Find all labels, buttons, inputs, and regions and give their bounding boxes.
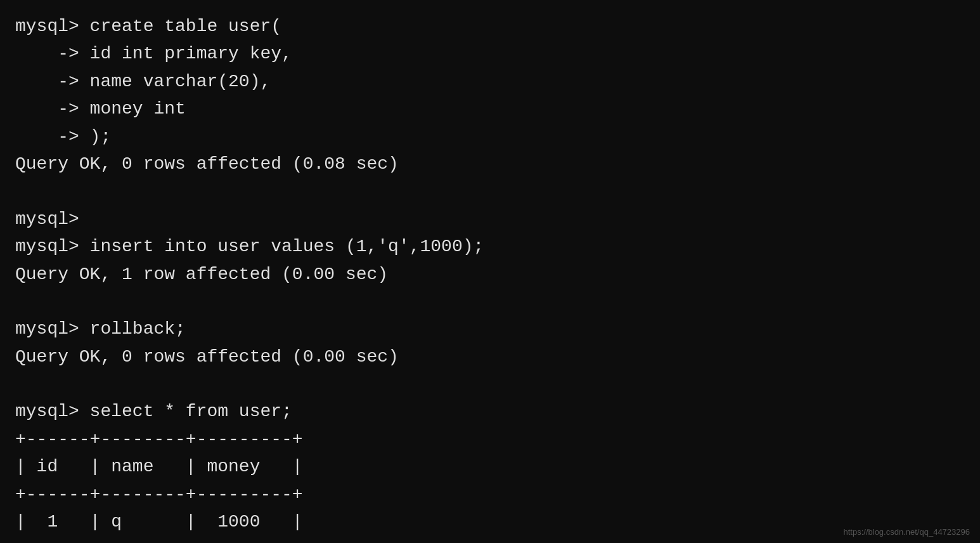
terminal-line: Query OK, 0 rows affected (0.00 sec) (15, 343, 965, 370)
terminal-line: -> name varchar(20), (15, 68, 965, 95)
terminal-line: +------+--------+---------+ (15, 481, 965, 508)
terminal-line: mysql> create table user( (15, 13, 965, 40)
terminal-empty-line (15, 370, 965, 398)
terminal-line: Query OK, 1 row affected (0.00 sec) (15, 261, 965, 288)
terminal-empty-line (15, 178, 965, 205)
terminal-line: | 1 | q | 1000 | (15, 508, 965, 535)
terminal-line: mysql> (15, 206, 965, 233)
terminal-window: mysql> create table user( -> id int prim… (15, 13, 965, 530)
terminal-line: -> money int (15, 95, 965, 122)
terminal-line: mysql> insert into user values (1,'q',10… (15, 233, 965, 260)
terminal-line: -> ); (15, 123, 965, 150)
terminal-line: +------+--------+---------+ (15, 426, 965, 453)
terminal-line: Query OK, 0 rows affected (0.08 sec) (15, 150, 965, 178)
terminal-line: mysql> select * from user; (15, 398, 965, 425)
terminal-line: -> id int primary key, (15, 40, 965, 67)
terminal-line: +------+--------+---------+ (15, 535, 965, 543)
terminal-line: mysql> rollback; (15, 315, 965, 343)
terminal-line: | id | name | money | (15, 453, 965, 480)
terminal-empty-line (15, 288, 965, 315)
watermark: https://blog.csdn.net/qq_44723296 (844, 527, 970, 537)
